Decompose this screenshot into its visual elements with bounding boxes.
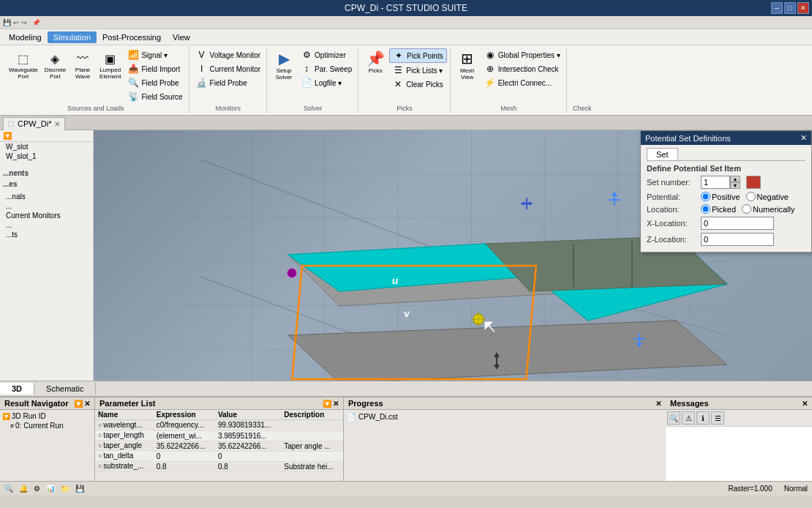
- current-run-item[interactable]: # 0: Current Run: [1, 421, 93, 430]
- progress-close-icon[interactable]: ✕: [655, 400, 661, 408]
- numerically-radio-label[interactable]: Numerically: [742, 204, 794, 214]
- waveguide-port-button[interactable]: ⬚ WaveguidePort: [6, 48, 41, 82]
- result-nav-close-icon[interactable]: ✕: [84, 400, 90, 408]
- messages-search-button[interactable]: 🔍: [667, 411, 680, 425]
- pick-points-button[interactable]: ✦ Pick Points: [389, 48, 446, 63]
- check-group-label: Check: [571, 103, 594, 112]
- window-controls: ─ □ ✕: [771, 2, 809, 14]
- status-save-icon[interactable]: 💾: [75, 485, 84, 493]
- set-number-input[interactable]: [701, 176, 730, 189]
- spin-up-button[interactable]: ▲: [730, 176, 740, 182]
- messages-list-button[interactable]: ☰: [711, 411, 724, 425]
- discrete-port-button[interactable]: ◈ DiscretePort: [42, 48, 69, 82]
- ribbon-group-picks: 📌 Picks ✦ Pick Points ☰ Pick Lists ▾ ✕ C…: [359, 47, 450, 113]
- positive-radio[interactable]: [701, 192, 710, 201]
- param-table-row[interactable]: ≡substrate_... 0.8 0.8 Substrate hei...: [95, 461, 343, 471]
- optimizer-button[interactable]: ⚙ Optimizer: [298, 48, 355, 61]
- picks-main-icon: 📌: [366, 50, 384, 67]
- quick-save-icon[interactable]: 💾: [3, 19, 11, 26]
- solver-buttons: ▶ SetupSolver ⚙ Optimizer ↕ Par. Sweep 📄…: [271, 48, 355, 89]
- sidebar-dots1[interactable]: ...: [0, 220, 93, 230]
- status-search-icon[interactable]: 🔍: [4, 485, 13, 493]
- param-table-row[interactable]: ≡taper_angle 35.62242266... 35.62242266.…: [95, 441, 343, 451]
- global-properties-button[interactable]: ◉ Global Properties ▾: [481, 48, 563, 61]
- field-import-button[interactable]: 📥 Field Import: [124, 62, 185, 75]
- picks-main-button[interactable]: 📌 Picks: [362, 48, 388, 75]
- z-location-input[interactable]: [701, 233, 774, 246]
- param-expression: 0: [154, 451, 215, 461]
- messages-close-icon[interactable]: ✕: [802, 400, 808, 408]
- field-source-button[interactable]: 📡 Field Source: [124, 90, 185, 103]
- negative-radio-label[interactable]: Negative: [746, 192, 789, 201]
- mesh-col: ◉ Global Properties ▾ ⊕ Intersection Che…: [481, 48, 563, 89]
- sidebar-dots2[interactable]: ...ts: [0, 230, 93, 239]
- quick-undo-icon[interactable]: ↩: [13, 19, 19, 26]
- current-run-label: 0: Current Run: [15, 422, 64, 430]
- intersection-check-button[interactable]: ⊕ Intersection Check: [481, 62, 563, 75]
- field-probe-button[interactable]: 🔍 Field Probe: [124, 76, 185, 89]
- color-indicator[interactable]: [746, 176, 761, 189]
- sidebar-w-slot[interactable]: W_slot: [0, 142, 93, 152]
- ribbon-content: ⬚ WaveguidePort ◈ DiscretePort 〰 PlaneWa…: [0, 45, 812, 115]
- tab-3d[interactable]: 3D: [0, 383, 34, 395]
- cpw-tab-close[interactable]: ✕: [54, 120, 60, 128]
- waveguide-port-icon: ⬚: [15, 50, 32, 67]
- close-button[interactable]: ✕: [797, 2, 809, 14]
- param-name: ≡taper_angle: [95, 441, 154, 451]
- menu-post-processing[interactable]: Post-Processing: [97, 31, 167, 43]
- logfile-button[interactable]: 📄 Logfile ▾: [298, 76, 355, 89]
- setup-solver-button[interactable]: ▶ SetupSolver: [271, 48, 297, 82]
- menu-simulation[interactable]: Simulation: [48, 31, 97, 43]
- sidebar-w-slot-1[interactable]: W_slot_1: [0, 152, 93, 161]
- param-table-row[interactable]: ≡taper_length (element_wi... 3.985951916…: [95, 430, 343, 441]
- x-location-input[interactable]: [701, 217, 774, 230]
- tab-schematic[interactable]: Schematic: [34, 383, 96, 395]
- signal-button[interactable]: 📶 Signal ▾: [124, 48, 185, 61]
- menu-modeling[interactable]: Modeling: [3, 31, 48, 43]
- status-folder-icon[interactable]: 📁: [61, 485, 69, 493]
- quick-access-toolbar: 💾 ↩ ↪ 📌: [0, 16, 812, 29]
- field-probe2-button[interactable]: 🔬 Field Probe: [193, 76, 264, 89]
- menu-view[interactable]: View: [167, 31, 196, 43]
- quick-pin-icon[interactable]: 📌: [32, 19, 40, 26]
- result-nav-filter-icon[interactable]: 🔽: [74, 400, 83, 408]
- cpw-tab[interactable]: ⬚ CPW_Di* ✕: [3, 117, 65, 130]
- param-close-icon[interactable]: ✕: [333, 400, 339, 408]
- viewport-3d[interactable]: u v: [94, 130, 812, 381]
- negative-radio[interactable]: [746, 192, 756, 201]
- dialog-close-icon[interactable]: ✕: [800, 133, 807, 143]
- numerically-radio[interactable]: [742, 204, 751, 214]
- minimize-button[interactable]: ─: [771, 2, 783, 14]
- pick-lists-button[interactable]: ☰ Pick Lists ▾: [389, 64, 446, 77]
- cpw-tab-label: CPW_Di*: [18, 119, 51, 128]
- param-table-row[interactable]: ≡wavelengt... c0/frequency... 99.9308193…: [95, 420, 343, 431]
- param-description: Substrate hei...: [281, 461, 343, 471]
- current-monitor-button[interactable]: I Current Monitor: [193, 62, 264, 75]
- status-bell-icon[interactable]: 🔔: [19, 485, 28, 493]
- spin-down-button[interactable]: ▼: [730, 182, 740, 189]
- dialog-tab-set[interactable]: Set: [647, 148, 678, 160]
- picked-radio[interactable]: [701, 204, 710, 214]
- par-sweep-button[interactable]: ↕ Par. Sweep: [298, 62, 355, 75]
- electric-check-button[interactable]: ⚡ Electri Connec...: [481, 76, 563, 89]
- run-id-item[interactable]: 🔽 3D Run ID: [1, 411, 93, 421]
- status-chart-icon[interactable]: 📊: [46, 485, 55, 493]
- positive-radio-label[interactable]: Positive: [701, 192, 740, 201]
- sidebar-misc[interactable]: ...: [0, 201, 93, 211]
- sidebar-current-monitors[interactable]: Current Monitors: [0, 211, 93, 220]
- clear-picks-button[interactable]: ✕ Clear Picks: [389, 78, 446, 91]
- parameter-list-title: Parameter List: [99, 399, 155, 408]
- messages-warning-button[interactable]: ⚠: [682, 411, 695, 425]
- lumped-element-button[interactable]: ▣ LumpedElement: [97, 48, 124, 82]
- quick-redo-icon[interactable]: ↪: [21, 19, 27, 26]
- messages-info-button[interactable]: ℹ: [696, 411, 710, 425]
- mesh-view-button[interactable]: ⊞ MeshView: [454, 48, 481, 82]
- voltage-monitor-button[interactable]: V Voltage Monitor: [193, 48, 264, 61]
- sidebar-signals[interactable]: ...nals: [0, 192, 93, 201]
- param-filter-icon[interactable]: 🔽: [323, 400, 331, 408]
- param-table-row[interactable]: ≡tan_delta 0 0: [95, 451, 343, 461]
- status-gear-icon[interactable]: ⚙: [34, 485, 40, 493]
- plane-wave-button[interactable]: 〰 PlaneWave: [69, 48, 96, 82]
- picked-radio-label[interactable]: Picked: [701, 204, 736, 214]
- maximize-button[interactable]: □: [784, 2, 796, 14]
